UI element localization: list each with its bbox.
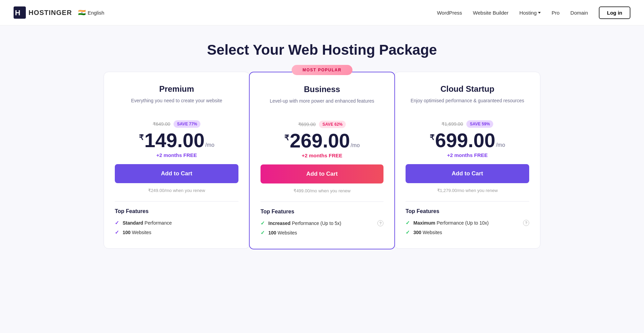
pricing-row-cloud-startup: ₹1,699.00 SAVE 59%: [406, 120, 529, 128]
feature-item: ✓ 100 Websites: [261, 230, 383, 236]
logo-text: HOSTINGER: [29, 9, 72, 17]
save-badge-cloud-startup: SAVE 59%: [466, 120, 493, 128]
features-title-premium: Top Features: [115, 208, 238, 214]
check-icon: ✓: [406, 220, 410, 226]
nav-hosting[interactable]: Hosting: [519, 10, 541, 16]
language-label: English: [88, 10, 104, 16]
navbar-left: H HOSTINGER 🇮🇳 English: [14, 6, 104, 19]
feature-text: 300 Websites: [413, 230, 442, 235]
plan-desc-premium: Everything you need to create your websi…: [115, 97, 238, 113]
original-price-business: ₹699.00: [298, 122, 316, 127]
feature-item: ✓ Maximum Performance (Up to 10x) ?: [406, 220, 529, 226]
nav-hosting-label: Hosting: [519, 10, 537, 16]
free-months-premium: +2 months FREE: [115, 152, 238, 158]
feature-rest: Performance (Up to 10x): [435, 220, 489, 226]
feature-item: ✓ 100 Websites: [115, 229, 238, 235]
logo[interactable]: H HOSTINGER: [14, 6, 72, 19]
page-title: Select Your Web Hosting Package: [7, 42, 637, 58]
features-title-business: Top Features: [261, 209, 383, 215]
feature-rest: Performance (Up to 5x): [290, 221, 341, 226]
price-amount-business: 269.00: [290, 131, 350, 151]
info-icon[interactable]: ?: [523, 220, 529, 226]
hostinger-logo-icon: H: [14, 6, 26, 19]
svg-text:H: H: [15, 8, 21, 17]
language-selector[interactable]: 🇮🇳 English: [78, 9, 104, 16]
plan-desc-cloud-startup: Enjoy optimised performance & guaranteed…: [406, 97, 529, 113]
feature-bold: 100: [268, 230, 276, 235]
renew-text-cloud-startup: ₹1,279.00/mo when you renew: [406, 188, 529, 193]
feature-bold: 100: [123, 230, 130, 235]
currency-symbol-cloud-startup: ₹: [430, 133, 434, 142]
page-header: Select Your Web Hosting Package: [0, 25, 644, 65]
plan-title-premium: Premium: [115, 84, 238, 94]
popular-badge-wrapper: MOST POPULAR: [292, 65, 353, 75]
flag-icon: 🇮🇳: [78, 9, 86, 16]
add-to-cart-cloud-startup[interactable]: Add to Cart: [406, 164, 529, 183]
add-to-cart-premium[interactable]: Add to Cart: [115, 164, 238, 183]
save-badge-business: SAVE 62%: [319, 121, 346, 128]
check-icon: ✓: [261, 220, 265, 226]
free-months-cloud-startup: +2 months FREE: [406, 152, 529, 158]
check-icon: ✓: [261, 230, 265, 236]
feature-item: ✓ 300 Websites: [406, 229, 529, 235]
check-icon: ✓: [115, 220, 119, 226]
plan-title-business: Business: [261, 85, 383, 94]
add-to-cart-business[interactable]: Add to Cart: [261, 164, 383, 183]
price-period-business: /mo: [351, 142, 360, 148]
renew-text-business: ₹499.00/mo when you renew: [261, 188, 383, 193]
pricing-cards-wrapper: Premium Everything you need to create yo…: [88, 65, 556, 263]
pricing-row-premium: ₹649.00 SAVE 77%: [115, 120, 238, 128]
current-price-business: ₹ 269.00 /mo: [261, 131, 383, 151]
feature-item: ✓ Standard Performance: [115, 220, 238, 226]
feature-rest: Websites: [130, 230, 151, 235]
popular-badge: MOST POPULAR: [292, 65, 353, 75]
feature-bold: Maximum: [413, 220, 435, 226]
nav-domain[interactable]: Domain: [570, 10, 588, 16]
price-amount-premium: 149.00: [144, 130, 204, 150]
feature-text: Maximum Performance (Up to 10x): [413, 220, 489, 226]
nav-wordpress[interactable]: WordPress: [437, 10, 462, 16]
navbar: H HOSTINGER 🇮🇳 English WordPress Website…: [0, 0, 644, 25]
check-icon: ✓: [406, 229, 410, 235]
features-title-cloud-startup: Top Features: [406, 208, 529, 214]
feature-item: ✓ Increased Performance (Up to 5x) ?: [261, 220, 383, 226]
original-price-premium: ₹649.00: [153, 121, 171, 127]
feature-text: 100 Websites: [123, 230, 151, 235]
feature-bold: 300: [413, 230, 421, 235]
nav-pro[interactable]: Pro: [552, 10, 559, 16]
feature-rest: Websites: [276, 230, 297, 235]
currency-symbol-premium: ₹: [139, 133, 144, 142]
nav-website-builder[interactable]: Website Builder: [473, 10, 508, 16]
current-price-premium: ₹ 149.00 /mo: [115, 130, 238, 150]
currency-symbol-business: ₹: [284, 134, 289, 142]
feature-bold: Standard: [123, 220, 143, 226]
check-icon: ✓: [115, 229, 119, 235]
price-amount-cloud-startup: 699.00: [435, 130, 495, 150]
price-period-cloud-startup: /mo: [496, 142, 505, 148]
renew-text-premium: ₹249.00/mo when you renew: [115, 188, 238, 193]
save-badge-premium: SAVE 77%: [174, 120, 200, 128]
chevron-down-icon: [538, 12, 541, 14]
info-icon[interactable]: ?: [377, 220, 383, 226]
current-price-cloud-startup: ₹ 699.00 /mo: [406, 130, 529, 150]
feature-bold: Increased: [268, 221, 290, 226]
plan-card-business: MOST POPULAR Business Level-up with more…: [249, 72, 395, 249]
feature-text: Standard Performance: [123, 220, 172, 226]
login-button[interactable]: Log in: [599, 6, 630, 19]
feature-text: Increased Performance (Up to 5x): [268, 221, 341, 226]
feature-text: 100 Websites: [268, 230, 297, 235]
feature-rest: Websites: [421, 230, 442, 235]
card-divider-premium: [115, 201, 238, 201]
plan-desc-business: Level-up with more power and enhanced fe…: [261, 98, 383, 114]
feature-rest: Performance: [143, 220, 172, 226]
original-price-cloud-startup: ₹1,699.00: [442, 121, 463, 127]
price-period-premium: /mo: [205, 142, 214, 148]
free-months-business: +2 months FREE: [261, 153, 383, 158]
navbar-right: WordPress Website Builder Hosting Pro Do…: [437, 6, 630, 19]
pricing-row-business: ₹699.00 SAVE 62%: [261, 121, 383, 128]
plan-card-cloud-startup: Cloud Startup Enjoy optimised performanc…: [394, 72, 540, 249]
plan-title-cloud-startup: Cloud Startup: [406, 84, 529, 94]
card-divider-cloud-startup: [406, 201, 529, 201]
plan-card-premium: Premium Everything you need to create yo…: [104, 72, 250, 249]
card-divider-business: [261, 201, 383, 202]
